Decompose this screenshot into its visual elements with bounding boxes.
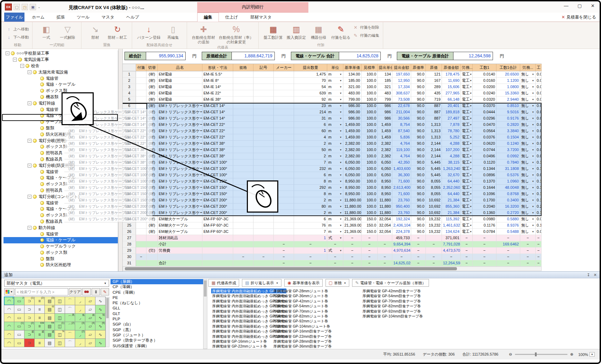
tree-item-電線・ケーブル[interactable]: 電線・ケーブル xyxy=(3,175,118,181)
part-icon-2-3[interactable]: ≡ xyxy=(34,313,45,322)
tree-item-電線管[interactable]: 電線管 xyxy=(3,75,118,81)
part-icon-5-4[interactable]: ▤ xyxy=(44,338,55,347)
table-row[interactable]: 27雑材消耗品1式▼−−459,733−371,001−−−−− xyxy=(123,235,542,241)
tree-item-盤類[interactable]: 盤類 xyxy=(3,125,118,131)
table-row[interactable]: 19(材)EMトリプレックス形ケーブルEM-CET 150°292m▼8,950… xyxy=(123,185,542,191)
part-icon-3-5[interactable]: ◫(1) xyxy=(55,322,65,330)
dropdown-arrow-icon[interactable]: ▼ xyxy=(532,134,534,140)
dropdown-arrow-icon[interactable]: ▼ xyxy=(339,248,342,254)
table-row[interactable]: 25(材)EM耐火ケーブルEM-FP 60°-3C76m▼21,369.0015… xyxy=(123,222,542,229)
menu-item-3[interactable]: マスタ xyxy=(95,13,120,22)
dropdown-arrow-icon[interactable]: ▼ xyxy=(339,90,342,96)
dropdown-arrow-icon[interactable]: ▼ xyxy=(532,229,534,235)
dropdown-arrow-icon[interactable]: ▼ xyxy=(532,103,534,109)
part-icon-1-6[interactable]: ⌒ xyxy=(65,305,75,314)
table-row[interactable]: 1(材)EM電線EM-IE 5.5°1,475m▼134.00100.01341… xyxy=(123,71,542,78)
tree-item-ボックス類[interactable]: ボックス類 xyxy=(3,250,118,256)
tree-item-太陽光発電設備[interactable]: −太陽光発電設備 xyxy=(3,69,118,75)
part-icon-4-0[interactable]: ◠ xyxy=(4,330,14,339)
part-icon-3-7[interactable]: ◞(3) xyxy=(75,322,85,330)
part-icon-1-0[interactable]: ◠ xyxy=(4,305,14,314)
product-item[interactable]: 厚鋼電線管 GP-16mm防食テープ巻 xyxy=(272,329,358,334)
tree-item-ボックス類[interactable]: ボックス類 xyxy=(3,181,118,187)
tab-0[interactable]: 編集 xyxy=(197,13,219,22)
part-icon-2-2[interactable]: ⊃ xyxy=(24,313,35,322)
part-icon-1-1[interactable]: ▭ xyxy=(14,305,24,314)
product-item[interactable]: 厚鋼電線管 GP-36mmジュート巻 xyxy=(272,293,358,298)
table-row[interactable]: 22(材)EMトリプレックス形ケーブルEM-CET 200°80m▼11,880… xyxy=(123,204,542,210)
dropdown-arrow-icon[interactable]: ▼ xyxy=(339,153,342,159)
tab-2[interactable]: 部材マスタ xyxy=(244,13,278,22)
category-item-11[interactable]: SGP（防食テープ巻き） xyxy=(110,338,203,343)
ribbon-button-機器仕様[interactable]: ▦機器仕様 xyxy=(308,24,329,40)
dropdown-arrow-icon[interactable]: ▼ xyxy=(339,115,342,121)
dropdown-arrow-icon[interactable]: ▼ xyxy=(470,210,472,216)
category-item-8[interactable]: SGP（白） xyxy=(110,322,203,327)
dropdown-arrow-icon[interactable]: ▼ xyxy=(532,109,534,115)
category-item-12[interactable]: SUS保護管（厚鋼） xyxy=(110,343,203,349)
part-icon-0-1[interactable]: ▭2 xyxy=(14,297,24,305)
clear-button[interactable]: クリア xyxy=(69,288,81,295)
table-row[interactable]: 20(材)EMトリプレックス形ケーブルEM-CET 150°8m▼8,950.0… xyxy=(123,191,542,197)
part-icon-0-9[interactable]: ∿ xyxy=(95,297,106,305)
dropdown-arrow-icon[interactable]: ▼ xyxy=(470,103,472,109)
tree-item-電線・ケーブル[interactable]: 電線・ケーブル xyxy=(3,237,118,243)
save-icon[interactable]: ▣ xyxy=(30,4,36,10)
tab-1[interactable]: 仕上げ xyxy=(219,13,244,22)
part-icon-5-8[interactable]: ▱ xyxy=(85,338,95,347)
tree-item-電線管[interactable]: 電線管 xyxy=(3,169,118,175)
ribbon-button-付箋を貼る[interactable]: ✎付箋を貼る xyxy=(330,24,352,40)
tree-item-照明器具[interactable]: 照明器具 xyxy=(3,150,118,156)
ribbon-button-下へ移動[interactable]: ↓下へ移動 xyxy=(6,34,29,41)
table-row[interactable]: 16(材)EMトリプレックス形ケーブルEM-CET 100°232m▼6,050… xyxy=(123,166,542,172)
product-item[interactable]: 厚鋼電線管 GP-82mm防食テープ巻 xyxy=(362,304,442,308)
table-row[interactable]: 2(材)EM電線EM-IE 8°70m▼185.00100.018512,950… xyxy=(123,78,542,84)
part-icon-0-4[interactable]: ▤(3) xyxy=(44,297,55,305)
product-item[interactable]: 厚鋼電線管 GP-42mm防食テープ巻 xyxy=(362,288,442,293)
tree-item-ボックス類[interactable]: ボックス類 xyxy=(3,88,118,94)
open-document-icon[interactable]: ◳ xyxy=(22,4,28,10)
tree-expand-icon[interactable]: − xyxy=(28,101,31,105)
category-item-0[interactable]: GP（厚鋼） xyxy=(110,279,203,284)
tree-item-盤類[interactable]: 盤類 xyxy=(3,256,118,262)
tree-item-機器類[interactable]: 機器類 xyxy=(3,94,118,100)
tree-item-電気設備工事[interactable]: −電気設備工事 xyxy=(3,57,118,63)
icon-view-button[interactable]: ▼ xyxy=(4,288,14,295)
tree-item-電線管[interactable]: 電線管 xyxy=(3,200,118,206)
dropdown-arrow-icon[interactable]: ▼ xyxy=(339,109,342,115)
parts-toolbar-button-4[interactable]: ✎電線管・電線・ケーブル追加（単独） xyxy=(352,279,429,287)
table-row[interactable]: 15(材)EMトリプレックス形ケーブルEM-CET 100°7m▼6,050.0… xyxy=(123,159,542,166)
dropdown-arrow-icon[interactable]: ▼ xyxy=(339,78,342,84)
dropdown-arrow-icon[interactable]: ▼ xyxy=(470,109,472,115)
ribbon-button-再編集[interactable]: ▯再編集 xyxy=(163,24,183,40)
part-icon-0-2[interactable]: ⊃(1) xyxy=(24,297,35,305)
part-icon-5-7[interactable]: ◞ xyxy=(75,338,85,347)
tree-item-○○○学校新築工事[interactable]: −○○○学校新築工事 xyxy=(3,50,118,57)
category-item-4[interactable]: PE（ねじなし） xyxy=(110,300,203,306)
product-item[interactable]: 厚鋼電線管 GP-28mmジュート巻 xyxy=(272,288,358,293)
dropdown-arrow-icon[interactable]: ▼ xyxy=(339,122,342,128)
dropdown-arrow-icon[interactable]: ▼ xyxy=(339,204,342,209)
dropdown-arrow-icon[interactable]: ▼ xyxy=(470,197,472,203)
part-icon-3-3[interactable]: ≡EM xyxy=(34,322,45,330)
dropdown-arrow-icon[interactable]: ▼ xyxy=(470,71,472,77)
close-estimate-button[interactable]: ✕ 見積書を閉じる xyxy=(561,13,596,22)
table-row[interactable]: 8(材)EMトリプレックス形ケーブルEM-CET 14°31m▼986.0010… xyxy=(123,115,542,122)
dropdown-arrow-icon[interactable]: ▼ xyxy=(470,178,472,184)
dropdown-arrow-icon[interactable]: ▼ xyxy=(470,134,472,140)
part-icon-2-9[interactable]: ∿制 xyxy=(95,313,106,322)
menu-item-0[interactable]: ホーム xyxy=(26,13,51,22)
minimize-icon[interactable]: — xyxy=(564,3,568,8)
dropdown-arrow-icon[interactable]: ▼ xyxy=(532,71,534,77)
dropdown-arrow-icon[interactable]: ▼ xyxy=(532,185,534,191)
dropdown-arrow-icon[interactable]: ▼ xyxy=(339,235,342,241)
part-icon-2-4[interactable]: ▤ xyxy=(44,313,55,322)
part-icon-1-3[interactable]: ≡ xyxy=(34,305,45,314)
dropdown-arrow-icon[interactable]: ▼ xyxy=(532,159,534,165)
tree-expand-icon[interactable]: − xyxy=(28,164,31,167)
part-icon-4-7[interactable]: ◞(2) xyxy=(75,330,85,339)
table-row[interactable]: 7(材)EMトリプレックス形ケーブルEM-CET 14°214m▼986.001… xyxy=(123,109,542,115)
table-row[interactable]: 18(材)EMトリプレックス形ケーブルEM-CET 150°8m▼8,950.0… xyxy=(123,178,542,185)
ribbon-button-自動発生部材（率）の対象変更[interactable]: %自動発生部材（率）の対象変更 xyxy=(217,24,255,45)
part-icon-0-0[interactable]: ◠1 xyxy=(4,297,14,305)
